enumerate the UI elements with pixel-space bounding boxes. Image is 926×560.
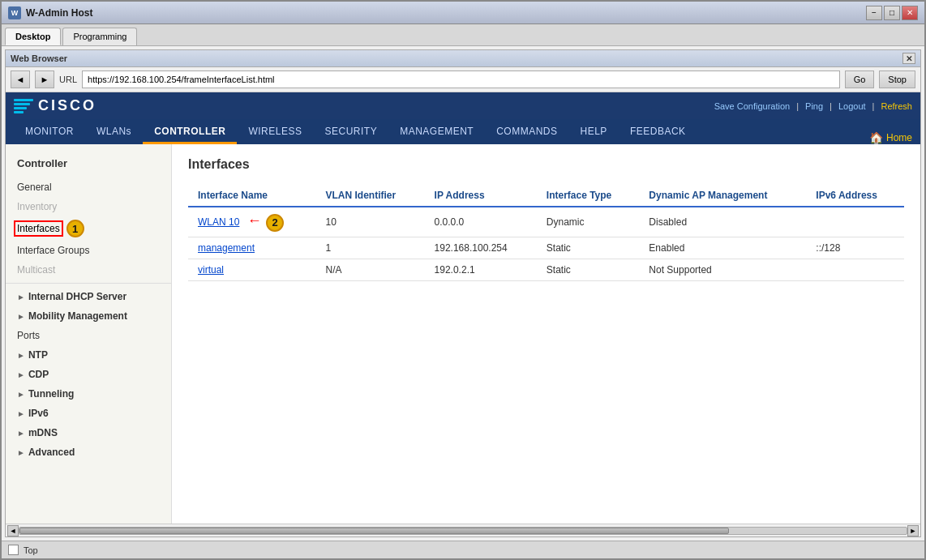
sidebar-item-cdp[interactable]: ► CDP	[6, 365, 171, 384]
status-checkbox[interactable]	[8, 545, 19, 555]
menu-security[interactable]: SECURITY	[313, 119, 388, 144]
sidebar-item-ports[interactable]: Ports	[6, 326, 171, 345]
expand-mobility-icon: ►	[17, 312, 25, 321]
title-bar-left: W W-Admin Host	[8, 6, 92, 19]
cell-vlan-wlan10: 10	[316, 207, 425, 237]
browser-toolbar: ◄ ► URL Go Stop	[6, 67, 920, 92]
save-configuration-link[interactable]: Save Configuration	[714, 101, 791, 111]
browser-close-button[interactable]: ✕	[902, 53, 915, 64]
col-vlan-id: VLAN Identifier	[316, 185, 425, 207]
maximize-button[interactable]: □	[884, 6, 900, 20]
menu-help[interactable]: HELP	[569, 119, 619, 144]
cell-dynap-wlan10: Disabled	[639, 207, 806, 237]
expand-ipv6-icon: ►	[17, 409, 25, 418]
status-bar: Top	[2, 541, 924, 558]
url-label: URL	[59, 75, 77, 84]
expand-tunneling-icon: ►	[17, 390, 25, 399]
scroll-track[interactable]	[19, 527, 907, 535]
cisco-navbar: CISCO Save Configuration | Ping | Logout…	[6, 92, 920, 144]
cisco-top-links: Save Configuration | Ping | Logout | Ref…	[714, 101, 912, 111]
virtual-link[interactable]: virtual	[198, 264, 224, 276]
menu-feedback[interactable]: FEEDBACK	[619, 119, 697, 144]
expand-mdns-icon: ►	[17, 429, 25, 438]
tab-desktop[interactable]: Desktop	[5, 28, 61, 45]
cisco-logo-area: CISCO	[14, 94, 96, 118]
interfaces-table: Interface Name VLAN Identifier IP Addres…	[188, 185, 904, 281]
sidebar-item-mdns[interactable]: ► mDNS	[6, 423, 171, 442]
browser-title-label: Web Browser	[11, 53, 67, 63]
scroll-right-button[interactable]: ►	[907, 525, 919, 536]
menu-monitor[interactable]: MONITOR	[14, 119, 85, 144]
sidebar-item-ntp[interactable]: ► NTP	[6, 345, 171, 365]
table-row: management 1 192.168.100.254 Static Enab…	[188, 237, 904, 259]
menu-wlans[interactable]: WLANs	[85, 119, 143, 144]
sidebar: Controller General Inventory Interfaces …	[6, 144, 172, 524]
back-button[interactable]: ◄	[11, 71, 30, 88]
app-icon: W	[8, 6, 21, 19]
cisco-menubar: MONITOR WLANs CONTROLLER WIRELESS SECURI…	[6, 119, 920, 144]
home-link[interactable]: 🏠 Home	[869, 131, 912, 144]
sidebar-title: Controller	[6, 152, 171, 177]
col-ipv6-address: IPv6 Address	[806, 185, 904, 207]
forward-button[interactable]: ►	[35, 71, 54, 88]
title-bar: W W-Admin Host − □ ✕	[2, 2, 924, 24]
cell-ip-virtual: 192.0.2.1	[425, 259, 537, 280]
expand-dhcp-icon: ►	[17, 293, 25, 301]
wlan10-link[interactable]: WLAN 10	[198, 216, 239, 228]
sidebar-item-dhcp[interactable]: ► Internal DHCP Server	[6, 287, 171, 306]
cell-type-wlan10: Dynamic	[537, 207, 640, 237]
browser-frame: Web Browser ✕ ◄ ► URL Go Stop	[5, 49, 921, 537]
minimize-button[interactable]: −	[866, 6, 882, 20]
annotation-arrow-2: ←	[247, 212, 262, 229]
col-ip-address: IP Address	[425, 185, 537, 207]
col-interface-name: Interface Name	[188, 185, 316, 207]
sidebar-item-advanced[interactable]: ► Advanced	[6, 442, 171, 462]
cell-ip-mgmt: 192.168.100.254	[425, 237, 537, 259]
home-label: Home	[886, 132, 912, 143]
table-row: WLAN 10 ← 2 10 0.0.0.0 Dynamic Disabled	[188, 207, 904, 237]
sidebar-item-tunneling[interactable]: ► Tunneling	[6, 384, 171, 404]
scroll-left-button[interactable]: ◄	[7, 525, 19, 536]
page-title: Interfaces	[188, 157, 904, 172]
ping-link[interactable]: Ping	[805, 101, 823, 111]
cell-ipv6-mgmt: ::/128	[806, 237, 904, 259]
menu-management[interactable]: MANAGEMENT	[388, 119, 485, 144]
menu-wireless[interactable]: WIRELESS	[237, 119, 313, 144]
cell-name-virtual: virtual	[188, 259, 316, 280]
home-icon: 🏠	[869, 131, 883, 144]
sidebar-item-general[interactable]: General	[6, 177, 171, 197]
col-interface-type: Interface Type	[537, 185, 640, 207]
window-controls: − □ ✕	[866, 6, 918, 20]
logout-link[interactable]: Logout	[838, 101, 866, 111]
sidebar-item-interface-groups[interactable]: Interface Groups	[6, 241, 171, 260]
sidebar-item-mobility[interactable]: ► Mobility Management	[6, 306, 171, 326]
col-dynamic-ap: Dynamic AP Management	[639, 185, 806, 207]
annotation-circle-1: 1	[66, 220, 84, 237]
sidebar-item-ipv6[interactable]: ► IPv6	[6, 404, 171, 423]
cell-ip-wlan10: 0.0.0.0	[425, 207, 537, 237]
cell-vlan-mgmt: 1	[316, 237, 425, 259]
stop-button[interactable]: Stop	[879, 71, 915, 88]
close-button[interactable]: ✕	[902, 6, 918, 20]
url-input[interactable]	[82, 71, 840, 88]
browser-titlebar: Web Browser ✕	[6, 50, 920, 67]
cell-type-virtual: Static	[537, 259, 640, 280]
refresh-link[interactable]: Refresh	[881, 101, 912, 111]
menu-commands[interactable]: COMMANDS	[485, 119, 568, 144]
go-button[interactable]: Go	[845, 71, 875, 88]
expand-cdp-icon: ►	[17, 370, 25, 379]
sidebar-item-interfaces[interactable]: Interfaces	[14, 220, 63, 237]
management-link[interactable]: management	[198, 242, 255, 254]
horizontal-scrollbar: ◄ ►	[6, 524, 920, 536]
cell-ipv6-wlan10	[806, 207, 904, 237]
sidebar-divider-1	[6, 283, 171, 284]
sidebar-item-multicast[interactable]: Multicast	[6, 260, 171, 280]
menu-controller[interactable]: CONTROLLER	[143, 119, 237, 144]
tab-programming[interactable]: Programming	[62, 28, 137, 45]
scroll-thumb[interactable]	[19, 528, 729, 534]
cell-ipv6-virtual	[806, 259, 904, 280]
sidebar-item-inventory[interactable]: Inventory	[6, 197, 171, 216]
sidebar-item-interfaces-row: Interfaces 1	[6, 216, 171, 241]
cell-name-mgmt: management	[188, 237, 316, 259]
main-content: Controller General Inventory Interfaces …	[6, 144, 920, 524]
